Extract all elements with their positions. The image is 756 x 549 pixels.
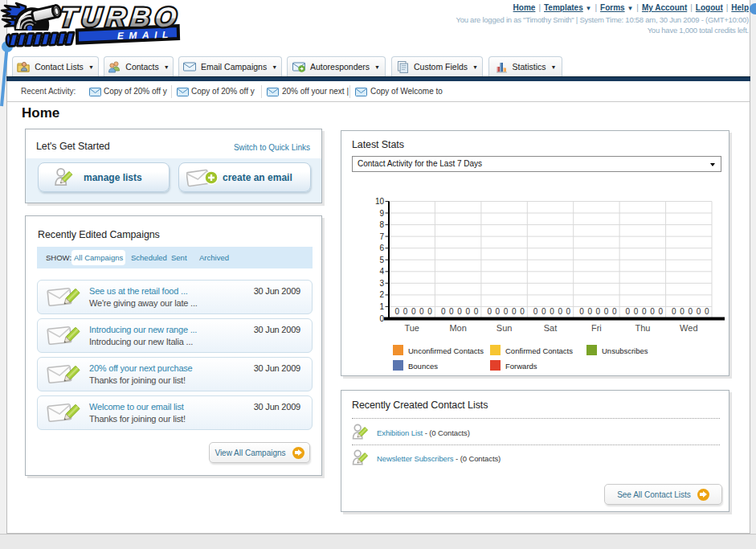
svg-text:0: 0: [512, 307, 517, 316]
svg-text:0: 0: [411, 307, 416, 316]
svg-text:0: 0: [520, 307, 525, 316]
svg-text:4: 4: [379, 267, 384, 276]
svg-text:0: 0: [449, 307, 454, 316]
svg-text:0: 0: [457, 307, 462, 316]
svg-text:9: 9: [379, 209, 384, 218]
svg-text:0: 0: [612, 307, 617, 316]
svg-text:Sun: Sun: [497, 323, 513, 333]
svg-text:0: 0: [504, 307, 509, 316]
svg-text:0: 0: [466, 307, 471, 316]
svg-text:0: 0: [697, 307, 701, 316]
svg-text:2: 2: [379, 290, 384, 299]
svg-text:Unconfirmed Contacts: Unconfirmed Contacts: [408, 346, 484, 355]
svg-text:0: 0: [379, 314, 384, 323]
svg-text:Forwards: Forwards: [505, 362, 537, 371]
svg-text:0: 0: [395, 307, 400, 316]
svg-text:0: 0: [487, 307, 492, 316]
svg-text:8: 8: [379, 220, 384, 229]
svg-text:10: 10: [375, 197, 385, 206]
svg-text:0: 0: [558, 307, 562, 316]
svg-text:6: 6: [379, 244, 384, 252]
svg-text:3: 3: [379, 279, 384, 288]
svg-text:7: 7: [379, 232, 384, 241]
svg-text:0: 0: [541, 307, 546, 316]
svg-text:0: 0: [474, 307, 479, 316]
svg-text:0: 0: [596, 307, 601, 316]
svg-text:0: 0: [419, 307, 424, 316]
svg-text:Fri: Fri: [591, 323, 602, 333]
svg-text:0: 0: [403, 307, 408, 316]
svg-text:TURBO: TURBO: [59, 2, 183, 33]
svg-text:Tue: Tue: [404, 323, 419, 333]
svg-text:0: 0: [604, 307, 609, 316]
svg-text:0: 0: [634, 307, 639, 316]
svg-text:0: 0: [496, 307, 501, 316]
svg-text:Mon: Mon: [449, 323, 466, 333]
svg-text:0: 0: [680, 307, 684, 316]
svg-text:0: 0: [427, 307, 432, 316]
svg-text:0: 0: [566, 307, 571, 316]
svg-text:0: 0: [650, 307, 655, 316]
svg-text:0: 0: [689, 307, 693, 316]
svg-text:1: 1: [379, 302, 384, 311]
svg-text:0: 0: [705, 307, 709, 316]
svg-text:5: 5: [379, 256, 384, 264]
svg-text:Wed: Wed: [680, 323, 697, 333]
svg-text:Unsubscribes: Unsubscribes: [602, 346, 648, 355]
svg-text:0: 0: [550, 307, 554, 316]
svg-text:0: 0: [579, 307, 584, 316]
svg-text:0: 0: [672, 307, 676, 316]
svg-text:0: 0: [658, 307, 663, 316]
svg-text:Sat: Sat: [544, 323, 558, 333]
svg-text:0: 0: [533, 307, 538, 316]
svg-text:0: 0: [441, 307, 446, 316]
svg-text:Bounces: Bounces: [408, 362, 438, 371]
svg-text:Confirmed Contacts: Confirmed Contacts: [505, 346, 573, 355]
svg-text:0: 0: [587, 307, 592, 316]
svg-text:0: 0: [626, 307, 631, 316]
svg-text:Thu: Thu: [635, 323, 650, 333]
svg-text:0: 0: [642, 307, 647, 316]
